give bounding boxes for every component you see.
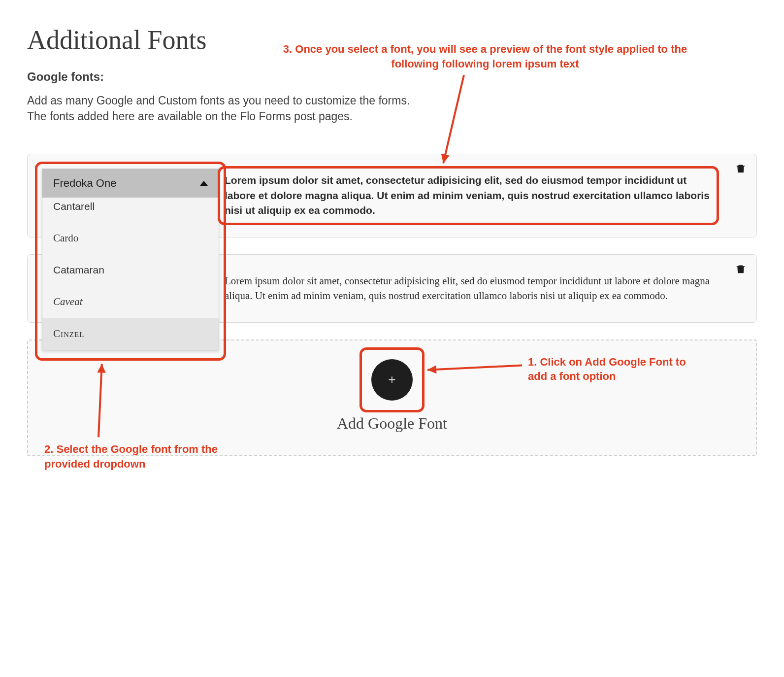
annotation-step-2: 2. Select the Google font from the provi… <box>44 442 227 471</box>
svg-marker-5 <box>427 365 436 373</box>
svg-line-0 <box>443 75 464 163</box>
svg-marker-3 <box>97 364 105 372</box>
annotation-step-3: 3. Once you select a font, you will see … <box>273 42 697 71</box>
annotation-arrows <box>0 0 784 481</box>
svg-line-2 <box>98 364 102 437</box>
svg-marker-1 <box>441 154 450 164</box>
svg-line-4 <box>427 366 522 370</box>
annotation-step-1: 1. Click on Add Google Font to add a fon… <box>528 355 705 384</box>
